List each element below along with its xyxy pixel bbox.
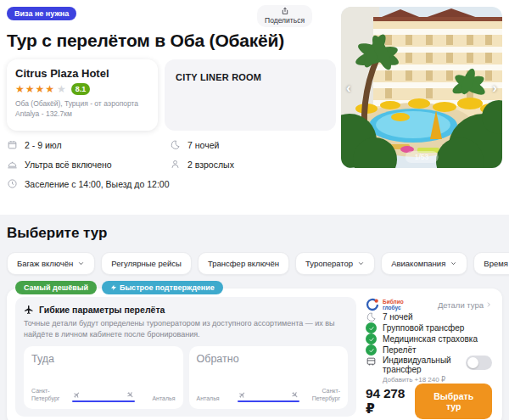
leg-route [238, 391, 300, 402]
check-icon [366, 322, 377, 333]
leg-route [72, 391, 135, 402]
filter-label: Регулярные рейсы [111, 259, 182, 268]
filter-regular-flights[interactable]: Регулярные рейсы [101, 252, 192, 275]
filter-label: Багаж включён [17, 259, 73, 268]
filter-label: Трансфер включён [208, 259, 279, 268]
choose-tour-button[interactable]: Выбрать тур [415, 384, 492, 419]
summary-top-row: Библио глобус Детали тура [366, 298, 492, 311]
leg-route-row: Санкт-Петербург Анталья [31, 387, 176, 402]
filter-chips: Багаж включён Регулярные рейсы Трансфер … [7, 252, 502, 275]
summary-nights: 7 ночей [366, 311, 492, 322]
leg-to-city: Санкт-Петербург [305, 387, 340, 402]
share-button[interactable]: Поделиться [257, 5, 312, 27]
room-card: CITY LINER ROOM [165, 59, 336, 131]
individual-transfer-addon: Индивидуальный трансфер Добавить +18 240… [366, 356, 492, 384]
moon-icon [366, 311, 377, 322]
section-heading: Выберите тур [7, 225, 502, 242]
filter-baggage[interactable]: Багаж включён [7, 252, 95, 275]
star-icon-empty: ★ [57, 83, 66, 95]
filter-operator[interactable]: Туроператор [295, 252, 375, 275]
transfer-bus-icon [366, 356, 377, 367]
cards-row: Citrus Plaza Hotel ★★★★ ★ 8.1 Оба (Обакё… [7, 59, 336, 131]
meal-row: Ультра всё включено [7, 159, 170, 170]
check-icon [366, 344, 377, 356]
meal-value: Ультра всё включено [25, 160, 112, 170]
tour-price: 94 278 ₽ [366, 386, 415, 417]
leg-return: Обратно Анталья Санкт-Петербург [189, 346, 349, 409]
hotel-name: Citrus Plaza Hotel [15, 67, 149, 80]
share-icon [281, 7, 289, 15]
flight-line [72, 400, 135, 402]
calendar-icon [7, 139, 18, 150]
summary-included-item: Групповой трансфер [366, 322, 492, 333]
leg-outbound: Туда Санкт-Петербург Анталья [24, 346, 183, 409]
star-icons-filled: ★★★★ [15, 83, 55, 95]
dates-value: 2 - 9 июл [25, 140, 62, 150]
choose-tour-section: Выберите тур Багаж включён Регулярные ре… [0, 215, 509, 420]
page-title: Тур с перелётом в Оба (Обакёй) [7, 31, 336, 51]
lightning-icon [110, 284, 117, 291]
filter-transfer[interactable]: Трансфер включён [198, 252, 289, 275]
guests-row: 2 взрослых [170, 159, 234, 170]
clock-icon [7, 178, 18, 189]
filter-label: Туроператор [305, 259, 353, 268]
operator-globe-icon [366, 298, 379, 311]
check-icon [366, 333, 377, 344]
operator-name: Библио глобус [383, 299, 404, 311]
details-column-2: 7 ночей 2 взрослых [170, 139, 234, 198]
filter-label: Время вылета [484, 259, 509, 268]
person-icon [170, 159, 181, 170]
tour-details-link[interactable]: Детали тура [438, 300, 492, 310]
transfer-toggle[interactable] [466, 356, 492, 370]
hotel-photo [341, 7, 502, 168]
plane-takeoff-icon [71, 389, 82, 400]
price-row: 94 278 ₽ Выбрать тур [366, 384, 492, 419]
leg-from-city: Анталья [197, 395, 232, 402]
flight-legs: Туда Санкт-Петербург Анталья [24, 346, 348, 409]
summary-included-item: Перелёт [366, 344, 492, 356]
rating-badge: 8.1 [71, 83, 91, 95]
carousel-prev-button[interactable]: ‹ [346, 81, 351, 95]
checkin-value: Заселение с 14:00, Выезд до 12:00 [25, 179, 170, 189]
checkin-row: Заселение с 14:00, Выезд до 12:00 [7, 178, 170, 189]
hotel-photo-carousel[interactable]: ‹ › 1/53 [341, 7, 502, 168]
offer-summary: Библио глобус Детали тура 7 ночей Гр [364, 297, 494, 417]
top-left-column: Виза не нужна Поделиться Тур с перелётом… [0, 0, 341, 198]
chevron-right-icon [485, 301, 492, 308]
offer-tags: Самый дешёвый Быстрое подтверждение [15, 281, 223, 294]
cheapest-tag: Самый дешёвый [15, 281, 97, 294]
dates-row: 2 - 9 июл [7, 139, 170, 150]
chevron-down-icon [357, 260, 365, 267]
addon-label: Индивидуальный трансфер [383, 356, 460, 374]
leg-title: Туда [31, 353, 176, 365]
flight-params-title: Гибкие параметры перелёта [39, 305, 165, 315]
room-name: CITY LINER ROOM [176, 72, 261, 82]
hotel-card[interactable]: Citrus Plaza Hotel ★★★★ ★ 8.1 Оба (Обакё… [7, 59, 158, 131]
carousel-next-button[interactable]: › [492, 81, 497, 95]
flight-params-description: Точные детали будут определены туроперат… [24, 318, 348, 340]
flight-params-panel: Гибкие параметры перелёта Точные детали … [15, 297, 356, 417]
tour-operator-logo: Библио глобус [366, 298, 404, 311]
filter-departure-time[interactable]: Время вылета [473, 252, 509, 275]
header-row: Виза не нужна Поделиться [7, 5, 336, 27]
summary-included-item: Медицинская страховка [366, 333, 492, 344]
plane-takeoff-icon [237, 389, 248, 400]
plane-landing-icon [289, 389, 300, 400]
filter-airline[interactable]: Авиакомпания [381, 252, 467, 275]
plane-icon [24, 305, 34, 315]
tour-details-grid: 2 - 9 июл Ультра всё включено Заселение … [7, 139, 336, 198]
hotel-rating-row: ★★★★ ★ 8.1 [15, 83, 149, 95]
fast-confirm-tag: Быстрое подтверждение [102, 281, 223, 294]
photo-counter: 1/53 [406, 151, 439, 163]
plane-landing-icon [125, 389, 136, 400]
leg-to-city: Анталья [140, 395, 176, 402]
chevron-down-icon [77, 260, 85, 267]
hotel-location: Оба (Обакёй), Турция - от аэропорта Anta… [15, 99, 149, 120]
meal-cloche-icon [7, 159, 18, 170]
nights-value: 7 ночей [187, 140, 219, 150]
guests-value: 2 взрослых [187, 160, 234, 170]
flight-line [238, 400, 300, 402]
leg-route-row: Анталья Санкт-Петербург [197, 387, 341, 402]
tour-page: Виза не нужна Поделиться Тур с перелётом… [0, 0, 509, 420]
leg-from-city: Санкт-Петербург [31, 387, 67, 402]
